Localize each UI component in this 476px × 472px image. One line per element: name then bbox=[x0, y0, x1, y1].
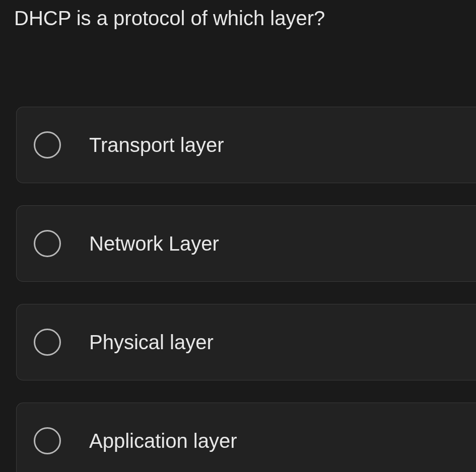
option-label: Application layer bbox=[89, 430, 237, 452]
question-text: DHCP is a protocol of which layer? bbox=[0, 0, 476, 31]
option-network-layer[interactable]: Network Layer bbox=[16, 205, 476, 282]
option-physical-layer[interactable]: Physical layer bbox=[16, 304, 476, 380]
radio-icon bbox=[34, 230, 61, 257]
option-application-layer[interactable]: Application layer bbox=[16, 403, 476, 472]
radio-icon bbox=[34, 329, 61, 356]
option-label: Network Layer bbox=[89, 232, 219, 255]
radio-icon bbox=[34, 131, 61, 159]
options-container: Transport layer Network Layer Physical l… bbox=[0, 107, 476, 472]
option-label: Transport layer bbox=[89, 134, 224, 156]
radio-icon bbox=[34, 427, 61, 454]
option-label: Physical layer bbox=[89, 331, 214, 354]
option-transport-layer[interactable]: Transport layer bbox=[16, 107, 476, 183]
